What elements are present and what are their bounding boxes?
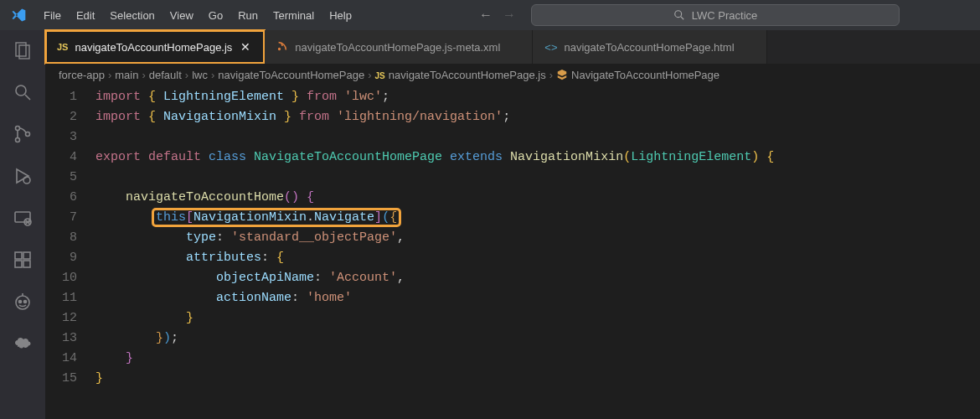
class-symbol-icon (556, 69, 568, 81)
breadcrumb-segment[interactable]: navigateToAccountHomePage (218, 69, 364, 81)
menu-go[interactable]: Go (202, 6, 230, 25)
breadcrumb-segment[interactable]: main (115, 69, 138, 81)
svg-point-6 (16, 127, 20, 131)
search-placeholder: LWC Practice (692, 9, 758, 22)
search-icon (673, 9, 685, 21)
command-center-search[interactable]: LWC Practice (531, 4, 900, 26)
svg-point-0 (675, 11, 682, 18)
breadcrumb-segment[interactable]: lwc (192, 69, 208, 81)
tab-label: navigateToAccountHomePage.js-meta.xml (295, 41, 500, 54)
xml-file-icon (276, 40, 288, 54)
nav-back-icon[interactable]: ← (477, 8, 494, 23)
breadcrumb-segment[interactable]: force-app (59, 69, 105, 81)
svg-point-19 (19, 301, 22, 303)
activity-bar (0, 30, 45, 419)
code-content[interactable]: import { LightningElement } from 'lwc'; … (95, 87, 980, 419)
menu-terminal[interactable]: Terminal (266, 6, 321, 25)
js-file-icon: JS (375, 71, 385, 80)
run-debug-icon[interactable] (11, 164, 34, 188)
nav-history: ← → (477, 8, 518, 23)
robot-icon[interactable] (11, 290, 34, 313)
tab-active-js[interactable]: JS navigateToAccountHomePage.js ✕ (45, 30, 265, 64)
explorer-icon[interactable] (11, 39, 34, 62)
breadcrumb-segment[interactable]: default (149, 69, 182, 81)
salesforce-icon[interactable] (11, 332, 34, 355)
tab-meta-xml[interactable]: navigateToAccountHomePage.js-meta.xml ✕ (265, 30, 533, 64)
vscode-logo-icon (8, 5, 28, 25)
menu-bar: File Edit Selection View Go Run Terminal… (37, 6, 358, 25)
svg-line-1 (681, 17, 684, 20)
close-icon[interactable]: ✕ (239, 40, 252, 54)
svg-rect-10 (15, 212, 30, 222)
menu-view[interactable]: View (163, 6, 200, 25)
breadcrumb-symbol[interactable]: NavigateToAccountHomePage (556, 69, 720, 81)
html-file-icon: <> (544, 41, 557, 54)
menu-help[interactable]: Help (322, 6, 358, 25)
tab-bar: JS navigateToAccountHomePage.js ✕ naviga… (45, 30, 980, 64)
tab-label: navigateToAccountHomePage.html (565, 41, 735, 54)
tab-html[interactable]: <> navigateToAccountHomePage.html ✕ (533, 30, 766, 64)
svg-point-18 (16, 296, 29, 309)
code-editor[interactable]: 1 2 3 4 5 6 7 8 9 10 11 12 13 14 15 impo… (45, 85, 980, 419)
svg-rect-16 (23, 261, 30, 267)
menu-file[interactable]: File (37, 6, 68, 25)
editor-area: JS navigateToAccountHomePage.js ✕ naviga… (45, 30, 980, 419)
svg-rect-14 (15, 252, 22, 259)
breadcrumb-file[interactable]: JSnavigateToAccountHomePage.js (375, 69, 546, 81)
remote-icon[interactable] (11, 206, 34, 230)
js-file-icon: JS (57, 42, 68, 52)
svg-rect-15 (15, 261, 22, 267)
menu-run[interactable]: Run (231, 6, 265, 25)
svg-rect-17 (23, 252, 30, 259)
source-control-icon[interactable] (11, 122, 34, 146)
svg-line-5 (25, 95, 30, 100)
tab-label: navigateToAccountHomePage.js (75, 41, 232, 54)
highlighted-code-span: this[NavigationMixin.Navigate]({ (154, 210, 399, 225)
line-number-gutter: 1 2 3 4 5 6 7 8 9 10 11 12 13 14 15 (45, 87, 95, 419)
menu-edit[interactable]: Edit (70, 6, 101, 25)
menu-selection[interactable]: Selection (103, 6, 161, 25)
svg-point-7 (16, 138, 20, 142)
svg-point-4 (16, 85, 26, 96)
nav-forward-icon[interactable]: → (501, 8, 518, 23)
search-icon[interactable] (11, 80, 34, 104)
breadcrumb: force-app› main› default› lwc› navigateT… (45, 64, 980, 85)
titlebar: File Edit Selection View Go Run Terminal… (0, 0, 980, 30)
svg-point-8 (26, 132, 30, 137)
svg-point-20 (24, 301, 27, 303)
svg-point-9 (23, 177, 30, 184)
extensions-icon[interactable] (11, 248, 34, 272)
